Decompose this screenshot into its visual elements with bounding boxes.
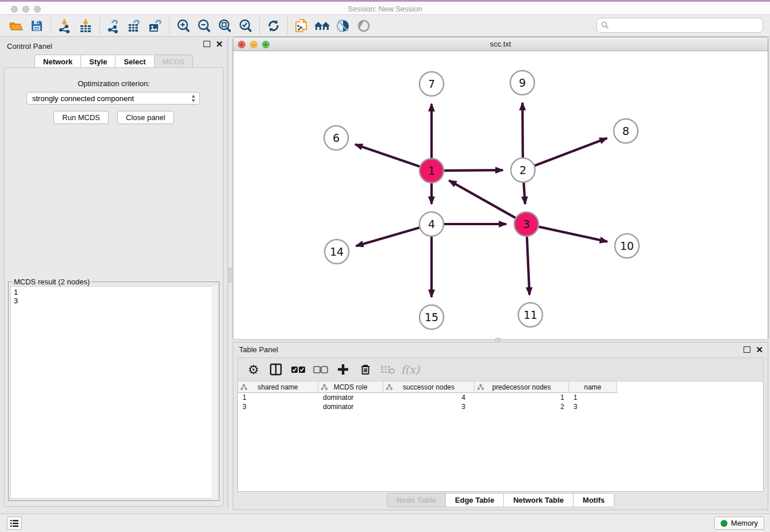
- control-panel: Control Panel ✕ Network Style Select MCD…: [0, 37, 228, 510]
- home-icon: [314, 18, 331, 33]
- table-row[interactable]: 3 dominator 3 2 3: [238, 402, 763, 411]
- table-panel-title: Table Panel: [239, 345, 278, 354]
- optimization-criterion-label: Optimization criterion:: [5, 79, 223, 88]
- graph-edge-2-3[interactable]: [523, 183, 525, 204]
- export-network-button[interactable]: [103, 17, 124, 35]
- column-header-successor-nodes[interactable]: successor nodes: [383, 381, 475, 393]
- column-header-mcds-role[interactable]: MCDS role: [318, 381, 383, 393]
- style-visibility-button[interactable]: [333, 17, 353, 35]
- memory-button[interactable]: Memory: [714, 516, 764, 530]
- save-session-button[interactable]: [26, 17, 47, 35]
- toolbar-separator: [51, 18, 51, 34]
- memory-label: Memory: [731, 519, 758, 527]
- close-panel-button[interactable]: Close panel: [117, 111, 174, 124]
- open-file-button[interactable]: [6, 17, 26, 35]
- export-image-icon: [148, 18, 163, 33]
- tab-network-table[interactable]: Network Table: [503, 493, 573, 507]
- duplicate-network-button[interactable]: [291, 17, 312, 35]
- table-row[interactable]: 1 dominator 4 1 1: [238, 393, 763, 402]
- hierarchy-icon: [241, 384, 247, 390]
- split-columns-icon: [270, 363, 282, 376]
- graph-node-label-8: 8: [622, 125, 629, 137]
- cell-mcds-role: dominator: [318, 402, 383, 411]
- zoom-in-button[interactable]: [173, 17, 194, 35]
- zoom-in-icon: [176, 18, 191, 33]
- chevron-updown-icon: ▲▼: [191, 94, 196, 103]
- eye-button[interactable]: [353, 17, 374, 35]
- float-table-panel-icon[interactable]: [744, 346, 750, 353]
- graph-edge-2-8[interactable]: [535, 138, 607, 165]
- home-layout-button[interactable]: [312, 17, 333, 35]
- column-header-shared-name[interactable]: shared name: [238, 381, 318, 393]
- function-builder-button[interactable]: f(x): [401, 360, 420, 379]
- style-visibility-icon: [336, 18, 351, 33]
- node-table: shared name MCDS role successor nodes pr…: [237, 381, 764, 492]
- import-network-icon: [57, 18, 72, 33]
- run-mcds-button[interactable]: Run MCDS: [53, 111, 109, 124]
- tab-motifs[interactable]: Motifs: [573, 493, 614, 507]
- export-table-button[interactable]: [124, 17, 145, 35]
- mcds-result-text[interactable]: 1 3: [10, 286, 217, 499]
- list-icon: [10, 519, 19, 527]
- table-header-row: shared name MCDS role successor nodes pr…: [238, 381, 763, 393]
- graph-edge-1-2[interactable]: [444, 170, 503, 171]
- refresh-button[interactable]: [263, 17, 284, 35]
- tab-node-table[interactable]: Node Table: [387, 493, 445, 507]
- add-column-button[interactable]: [333, 360, 353, 379]
- select-all-columns-button[interactable]: [288, 360, 308, 379]
- delete-column-button[interactable]: [356, 360, 375, 379]
- window-titlebar: Session: New Session: [0, 0, 770, 15]
- vertical-splitter-handle[interactable]: [229, 268, 232, 283]
- gear-icon: ⚙: [248, 363, 259, 377]
- toolbar-separator: [169, 18, 170, 34]
- cell-name: 1: [569, 393, 617, 402]
- graph-node-label-3: 3: [523, 218, 530, 230]
- horizontal-splitter-handle[interactable]: [495, 338, 500, 341]
- mcds-panel-body: Optimization criterion: strongly connect…: [4, 67, 224, 507]
- import-network-button[interactable]: [55, 17, 75, 35]
- network-window-titlebar[interactable]: × – + scc.txt: [233, 37, 768, 51]
- deselect-all-columns-button[interactable]: [311, 360, 330, 379]
- cell-predecessor-nodes: 1: [475, 393, 569, 402]
- cell-successor-nodes: 3: [383, 402, 475, 411]
- table-settings-button[interactable]: ⚙: [244, 360, 263, 379]
- hierarchy-icon: [478, 384, 484, 390]
- export-image-button[interactable]: [145, 17, 165, 35]
- zoom-out-icon: [197, 18, 211, 33]
- search-input[interactable]: [609, 21, 763, 30]
- graph-edge-4-14[interactable]: [356, 228, 419, 246]
- network-graph: 7968124314101511: [233, 51, 768, 339]
- delete-table-button[interactable]: [378, 360, 398, 379]
- graph-node-label-2: 2: [519, 164, 526, 176]
- close-table-panel-icon[interactable]: ✕: [756, 346, 763, 353]
- float-panel-icon[interactable]: [203, 41, 210, 47]
- eye-icon: [356, 18, 371, 33]
- split-columns-button[interactable]: [266, 360, 286, 379]
- zoom-selected-button[interactable]: [235, 17, 256, 35]
- graph-edge-1-6[interactable]: [355, 144, 419, 166]
- task-history-button[interactable]: [7, 516, 22, 530]
- save-icon: [30, 19, 44, 33]
- duplicate-network-icon: [294, 18, 309, 33]
- zoom-fit-button[interactable]: [214, 17, 235, 35]
- zoom-out-button[interactable]: [194, 17, 214, 35]
- criterion-value: strongly connected component: [32, 94, 134, 103]
- close-panel-icon[interactable]: ✕: [215, 41, 223, 47]
- cell-shared-name: 1: [238, 393, 318, 402]
- result-scrollbar[interactable]: [212, 286, 217, 499]
- graph-edge-3-11[interactable]: [527, 237, 529, 295]
- graph-node-label-14: 14: [330, 245, 344, 258]
- graph-edge-3-1[interactable]: [449, 180, 515, 218]
- deselect-all-icon: [313, 366, 328, 373]
- criterion-select[interactable]: strongly connected component ▲▼: [26, 92, 200, 105]
- search-field[interactable]: [596, 18, 763, 33]
- graph-edge-2-9[interactable]: [522, 103, 523, 157]
- open-folder-icon: [9, 18, 24, 33]
- tab-edge-table[interactable]: Edge Table: [445, 493, 503, 507]
- column-header-name[interactable]: name: [569, 381, 617, 393]
- network-canvas[interactable]: 7968124314101511: [233, 51, 768, 339]
- column-header-predecessor-nodes[interactable]: predecessor nodes: [475, 381, 569, 393]
- import-table-button[interactable]: [75, 17, 96, 35]
- main-toolbar: [0, 15, 770, 37]
- graph-edge-3-10[interactable]: [538, 227, 607, 242]
